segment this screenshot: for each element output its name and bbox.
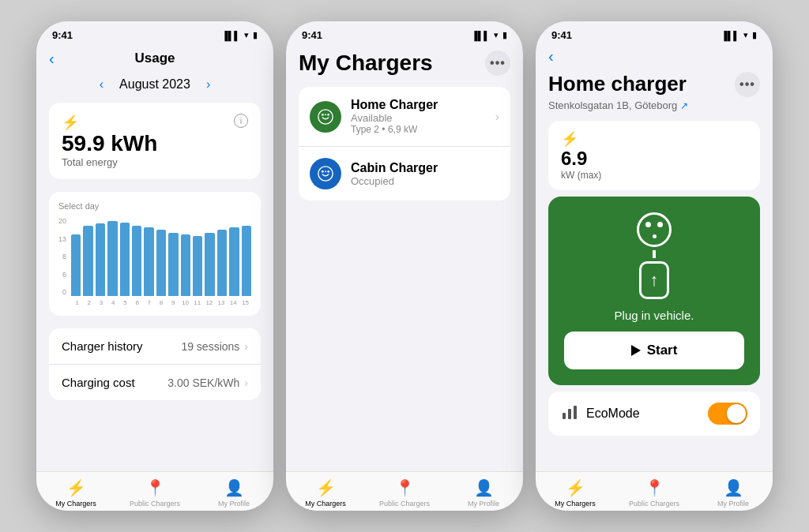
cabin-charger-item[interactable]: Cabin Charger Occupied bbox=[299, 147, 510, 200]
bar-6[interactable] bbox=[132, 226, 141, 296]
tab-public-chargers-3[interactable]: 📍 Public Chargers bbox=[615, 478, 694, 508]
bar-1[interactable] bbox=[71, 234, 81, 296]
x-label-5: 5 bbox=[119, 299, 131, 306]
bar-3[interactable] bbox=[96, 223, 105, 296]
ecomode-label: EcoMode bbox=[586, 406, 640, 421]
prev-month-button[interactable]: ‹ bbox=[100, 77, 103, 92]
hc-address-link-icon[interactable]: ↗ bbox=[680, 100, 688, 111]
ecomode-chart-icon bbox=[561, 403, 578, 425]
svg-rect-8 bbox=[563, 413, 566, 419]
chargers-more-button[interactable]: ••• bbox=[485, 51, 510, 76]
x-label-9: 9 bbox=[167, 299, 179, 306]
plug-dot-left bbox=[645, 222, 651, 227]
month-navigator: ‹ August 2023 › bbox=[36, 73, 273, 96]
charging-cost-item[interactable]: Charging cost 3.00 SEK/kWh › bbox=[49, 365, 261, 400]
tab-public-chargers-1[interactable]: 📍 Public Chargers bbox=[115, 478, 194, 508]
bar-2[interactable] bbox=[83, 226, 92, 296]
bar-14[interactable] bbox=[229, 227, 239, 296]
tab-bar-1: ⚡ My Chargers 📍 Public Chargers 👤 My Pro… bbox=[36, 471, 273, 511]
back-button-1[interactable]: ‹ bbox=[49, 50, 55, 68]
svg-point-0 bbox=[318, 109, 333, 123]
plug-stem bbox=[653, 250, 656, 258]
charger-history-label: Charger history bbox=[62, 339, 143, 353]
chargers-content: My Chargers ••• Home Ch bbox=[286, 44, 523, 471]
chart-section: Select day 20 13 8 6 0 bbox=[49, 192, 261, 316]
tab-public-icon-1: 📍 bbox=[145, 478, 165, 497]
tab-bar-2: ⚡ My Chargers 📍 Public Chargers 👤 My Pro… bbox=[286, 471, 523, 511]
x-label-11: 11 bbox=[191, 299, 203, 306]
tab-my-chargers-2[interactable]: ⚡ My Chargers bbox=[286, 478, 365, 508]
home-charger-item[interactable]: Home Charger Available Type 2 • 6,9 kW › bbox=[299, 87, 510, 147]
energy-value: 59.9 kWh bbox=[62, 131, 248, 156]
tab-profile-icon-1: 👤 bbox=[224, 478, 244, 497]
next-month-button[interactable]: › bbox=[206, 77, 210, 92]
charging-cost-arrow: › bbox=[244, 377, 248, 389]
tab-chargers-label-1: My Chargers bbox=[55, 500, 96, 508]
plug-up-arrow-icon: ↑ bbox=[650, 270, 659, 290]
signal-icon-3: ▐▌▌ bbox=[721, 31, 739, 40]
y-axis: 20 13 8 6 0 bbox=[58, 217, 66, 296]
x-label-10: 10 bbox=[179, 299, 191, 306]
ecomode-toggle[interactable] bbox=[708, 403, 747, 425]
tab-public-chargers-2[interactable]: 📍 Public Chargers bbox=[365, 478, 444, 508]
tab-chargers-icon-3: ⚡ bbox=[566, 478, 585, 497]
x-axis: 123456789101112131415 bbox=[71, 299, 251, 306]
tab-profile-2[interactable]: 👤 My Profile bbox=[444, 478, 523, 508]
bar-11[interactable] bbox=[193, 236, 202, 296]
y-label-6: 6 bbox=[58, 271, 66, 279]
tab-profile-icon-3: 👤 bbox=[724, 478, 743, 497]
svg-point-1 bbox=[322, 113, 324, 115]
x-label-12: 12 bbox=[203, 299, 215, 306]
charger-history-item[interactable]: Charger history 19 sessions › bbox=[49, 328, 261, 365]
bar-5[interactable] bbox=[120, 223, 130, 296]
signal-icon: ▐▌▌ bbox=[222, 31, 240, 40]
bar-12[interactable] bbox=[205, 233, 214, 296]
charger-history-arrow: › bbox=[244, 340, 248, 353]
phone-home-charger: 9:41 ▐▌▌ ▾ ▮ ‹ Home charger ••• Stenkols… bbox=[536, 21, 773, 511]
tab-public-label-1: Public Chargers bbox=[130, 500, 180, 508]
bar-8[interactable] bbox=[156, 230, 166, 296]
tab-profile-3[interactable]: 👤 My Profile bbox=[694, 478, 773, 508]
start-button[interactable]: Start bbox=[564, 332, 744, 369]
charger-list: Home Charger Available Type 2 • 6,9 kW › bbox=[299, 87, 510, 200]
tab-profile-label-3: My Profile bbox=[717, 500, 749, 508]
tab-public-icon-3: 📍 bbox=[645, 478, 664, 497]
tab-public-label-3: Public Chargers bbox=[629, 500, 679, 508]
info-icon[interactable]: i bbox=[234, 114, 248, 128]
plug-body: ↑ bbox=[639, 261, 669, 299]
home-charger-arrow: › bbox=[495, 110, 499, 124]
y-label-20: 20 bbox=[58, 217, 66, 225]
chart-select-label: Select day bbox=[58, 201, 251, 211]
hc-power-value: 6.9 bbox=[561, 148, 747, 170]
x-label-15: 15 bbox=[239, 299, 251, 306]
tab-profile-icon-2: 👤 bbox=[474, 478, 494, 497]
tab-chargers-label-3: My Chargers bbox=[555, 500, 596, 508]
status-icons-3: ▐▌▌ ▾ ▮ bbox=[721, 30, 757, 40]
bar-4[interactable] bbox=[107, 221, 117, 296]
tab-my-chargers-3[interactable]: ⚡ My Chargers bbox=[536, 478, 615, 508]
bar-15[interactable] bbox=[242, 226, 251, 296]
tab-my-chargers-1[interactable]: ⚡ My Chargers bbox=[36, 478, 115, 508]
x-label-4: 4 bbox=[107, 299, 119, 306]
bar-7[interactable] bbox=[144, 227, 153, 296]
page-title-1: Usage bbox=[134, 51, 175, 66]
wifi-icon-3: ▾ bbox=[743, 30, 748, 40]
phone-my-chargers: 9:41 ▐▌▌ ▾ ▮ My Chargers ••• bbox=[286, 21, 523, 511]
homecharger-content: ‹ Home charger ••• Stenkolsgatan 1B, Göt… bbox=[536, 44, 773, 471]
bar-13[interactable] bbox=[217, 230, 227, 296]
energy-header: ⚡ i bbox=[62, 114, 248, 131]
cabin-charger-name: Cabin Charger bbox=[351, 161, 499, 175]
home-charger-info: Home Charger Available Type 2 • 6,9 kW bbox=[351, 98, 486, 135]
status-bar-2: 9:41 ▐▌▌ ▾ ▮ bbox=[286, 21, 523, 44]
home-charger-name: Home Charger bbox=[351, 98, 486, 112]
bar-9[interactable] bbox=[168, 233, 178, 296]
hc-more-button[interactable]: ••• bbox=[735, 72, 760, 97]
hc-power-bolt-icon: ⚡ bbox=[561, 130, 747, 148]
hc-power-card: ⚡ 6.9 kW (max) bbox=[548, 121, 760, 190]
tab-profile-1[interactable]: 👤 My Profile bbox=[194, 478, 273, 508]
status-icons-1: ▐▌▌ ▾ ▮ bbox=[222, 30, 258, 40]
bar-10[interactable] bbox=[181, 234, 190, 296]
hc-address-text: Stenkolsgatan 1B, Göteborg bbox=[548, 99, 677, 111]
stats-list: Charger history 19 sessions › Charging c… bbox=[49, 328, 261, 400]
back-button-3[interactable]: ‹ bbox=[548, 47, 554, 66]
